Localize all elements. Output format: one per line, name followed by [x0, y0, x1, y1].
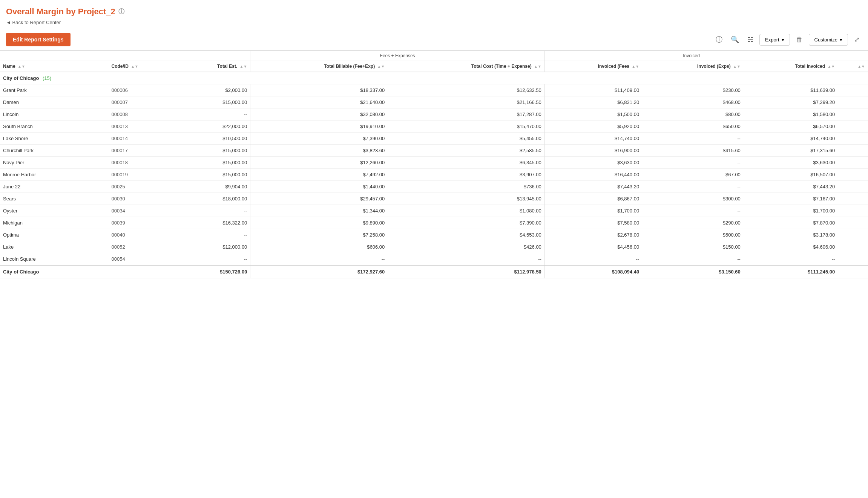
col-inv-fees[interactable]: Invoiced (Fees ▲▼	[544, 61, 642, 72]
cell-spacer	[838, 145, 868, 157]
col-total-cost[interactable]: Total Cost (Time + Expense) ▲▼	[388, 61, 544, 72]
toolbar-left: Edit Report Settings	[6, 33, 71, 46]
cell-name: June 22	[0, 181, 109, 193]
summary-total-cost: $112,978.50	[388, 265, 544, 278]
cell-total-est: --	[176, 229, 250, 241]
cell-total-invoiced: $7,443.20	[744, 181, 838, 193]
cell-total-invoiced: $3,630.00	[744, 157, 838, 169]
customize-label: Customize	[814, 37, 837, 43]
expand-button[interactable]: ⤢	[852, 34, 862, 45]
cell-inv-fees: $6,867.00	[544, 193, 642, 205]
table-row: South Branch 000013 $22,000.00 $19,910.0…	[0, 121, 868, 133]
export-button[interactable]: Export ▾	[759, 34, 790, 46]
cell-spacer	[838, 253, 868, 266]
cell-spacer	[838, 108, 868, 121]
sort-icon-total-cost: ▲▼	[534, 65, 541, 68]
col-spacer-sort[interactable]: ▲▼	[838, 61, 868, 72]
summary-total-invoiced: $111,245.00	[744, 265, 838, 278]
cell-total-est: $22,000.00	[176, 121, 250, 133]
cell-name: Grant Park	[0, 84, 109, 96]
cell-total-billable: $1,344.00	[250, 205, 388, 217]
cell-code: 00040	[109, 229, 176, 241]
group-header-spacer	[838, 51, 868, 61]
cell-inv-exps: $300.00	[642, 193, 744, 205]
cell-inv-fees: $7,580.00	[544, 217, 642, 229]
cell-inv-fees: $3,630.00	[544, 157, 642, 169]
summary-code	[109, 265, 176, 278]
cell-name: Sears	[0, 193, 109, 205]
cell-name: Lake Shore	[0, 133, 109, 145]
cell-inv-exps: $230.00	[642, 84, 744, 96]
cell-inv-fees: $7,443.20	[544, 181, 642, 193]
filter-button[interactable]: ☵	[745, 34, 756, 45]
cell-code: 000019	[109, 169, 176, 181]
cell-total-billable: $12,260.00	[250, 157, 388, 169]
cell-inv-fees: $11,409.00	[544, 84, 642, 96]
cell-name: Lincoln Square	[0, 253, 109, 266]
cell-inv-exps: --	[642, 133, 744, 145]
table-row: Sears 00030 $18,000.00 $29,457.00 $13,94…	[0, 193, 868, 205]
cell-total-cost: $426.00	[388, 241, 544, 253]
help-button[interactable]: ⓘ	[713, 34, 725, 46]
group-count: (15)	[43, 75, 51, 81]
toolbar-right: ⓘ 🔍 ☵ Export ▾ 🗑 Customize ▾ ⤢	[713, 34, 862, 46]
summary-inv-exps: $3,150.60	[642, 265, 744, 278]
table-row: Damen 000007 $15,000.00 $21,640.00 $21,1…	[0, 96, 868, 108]
group-header-fees: Fees + Expenses	[250, 51, 544, 61]
cell-total-est: $10,500.00	[176, 133, 250, 145]
table-row: Lincoln Square 00054 -- -- -- -- -- --	[0, 253, 868, 266]
cell-total-invoiced: $6,570.00	[744, 121, 838, 133]
cell-spacer	[838, 205, 868, 217]
col-name[interactable]: Name ▲▼	[0, 61, 109, 72]
customize-button[interactable]: Customize ▾	[809, 34, 848, 46]
table-row: Monroe Harbor 000019 $15,000.00 $7,492.0…	[0, 169, 868, 181]
page-title-bar: Overall Margin by Project_2 ⓘ	[0, 4, 868, 18]
search-button[interactable]: 🔍	[728, 34, 741, 45]
cell-spacer	[838, 84, 868, 96]
cell-inv-exps: --	[642, 253, 744, 266]
back-link[interactable]: ◄ Back to Report Center	[0, 18, 868, 29]
col-total-est[interactable]: Total Est. ▲▼	[176, 61, 250, 72]
cell-total-invoiced: $7,167.00	[744, 193, 838, 205]
cell-total-billable: $21,640.00	[250, 96, 388, 108]
col-code[interactable]: Code/ID ▲▼	[109, 61, 176, 72]
col-total-invoiced[interactable]: Total Invoiced ▲▼	[744, 61, 838, 72]
cell-code: 00030	[109, 193, 176, 205]
cell-inv-exps: $67.00	[642, 169, 744, 181]
table-row: Navy Pier 000018 $15,000.00 $12,260.00 $…	[0, 157, 868, 169]
cell-inv-fees: $4,456.00	[544, 241, 642, 253]
cell-spacer	[838, 241, 868, 253]
cell-total-est: --	[176, 108, 250, 121]
cell-total-billable: $32,080.00	[250, 108, 388, 121]
edit-report-settings-button[interactable]: Edit Report Settings	[6, 33, 71, 46]
cell-name: Optima	[0, 229, 109, 241]
help-icon[interactable]: ⓘ	[118, 8, 124, 16]
cell-total-billable: --	[250, 253, 388, 266]
cell-total-est: $15,000.00	[176, 169, 250, 181]
cell-total-invoiced: $14,740.00	[744, 133, 838, 145]
cell-total-billable: $9,890.00	[250, 217, 388, 229]
report-table: Fees + Expenses Invoiced Name ▲▼ Code/ID…	[0, 50, 868, 278]
cell-total-cost: $12,632.50	[388, 84, 544, 96]
page-title: Overall Margin by Project_2	[6, 7, 115, 17]
cell-total-billable: $7,258.00	[250, 229, 388, 241]
col-inv-exps[interactable]: Invoiced (Exps) ▲▼	[642, 61, 744, 72]
cell-inv-exps: --	[642, 181, 744, 193]
sort-icon-name: ▲▼	[18, 65, 25, 68]
table-row: Lincoln 000008 -- $32,080.00 $17,287.00 …	[0, 108, 868, 121]
cell-total-invoiced: $7,870.00	[744, 217, 838, 229]
cell-total-invoiced: $4,606.00	[744, 241, 838, 253]
export-label: Export	[765, 37, 779, 43]
summary-row: City of Chicago $150,726.00 $172,927.60 …	[0, 265, 868, 278]
table-row: June 22 00025 $9,904.00 $1,440.00 $736.0…	[0, 181, 868, 193]
cell-code: 00025	[109, 181, 176, 193]
group-title-row: City of Chicago (15)	[0, 72, 868, 84]
delete-button[interactable]: 🗑	[794, 34, 805, 45]
cell-code: 000007	[109, 96, 176, 108]
cell-total-cost: $1,080.00	[388, 205, 544, 217]
summary-name: City of Chicago	[0, 265, 109, 278]
cell-code: 00034	[109, 205, 176, 217]
col-total-billable[interactable]: Total Billable (Fee+Exp) ▲▼	[250, 61, 388, 72]
cell-total-cost: $736.00	[388, 181, 544, 193]
cell-total-cost: $17,287.00	[388, 108, 544, 121]
